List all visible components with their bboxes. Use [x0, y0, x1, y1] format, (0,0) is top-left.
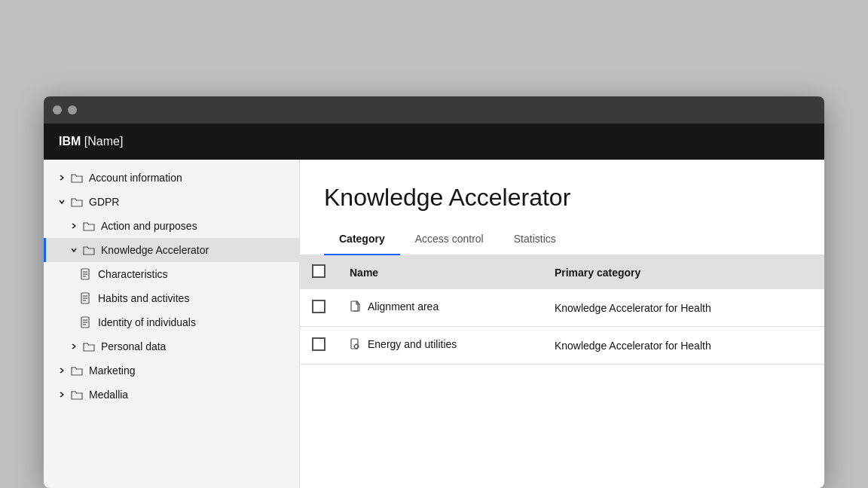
sidebar-item-marketing[interactable]: Marketing [44, 358, 299, 383]
chevron-down-icon [56, 196, 68, 208]
sidebar-item-label: Habits and activites [98, 292, 189, 304]
primary-category-column-header: Primary category [542, 255, 824, 289]
row-primary-category-cell: Knowledge Accelerator for Health [542, 327, 824, 364]
sidebar-item-medallia[interactable]: Medallia [44, 383, 299, 407]
sidebar-item-personal-data[interactable]: Personal data [44, 334, 299, 358]
page-title: Knowledge Accelerator [324, 184, 800, 212]
sidebar-item-gdpr[interactable]: GDPR [44, 190, 299, 214]
tab-statistics[interactable]: Statistics [499, 224, 571, 255]
tab-access-control[interactable]: Access control [400, 224, 499, 255]
table-header-row: Name Primary category [300, 255, 824, 289]
table-row: Alignment area Knowledge Accelerator for… [300, 289, 824, 327]
sidebar-item-label: GDPR [89, 196, 119, 208]
app-title: IBM [Name] [59, 135, 123, 148]
row-checkbox[interactable] [312, 300, 326, 313]
tab-category[interactable]: Category [324, 224, 400, 255]
app-body: Account information GDPR [44, 160, 824, 488]
category-table: Name Primary category [300, 255, 824, 364]
sidebar-item-account-information[interactable]: Account information [44, 166, 299, 190]
sidebar-item-label: Identity of individuals [98, 316, 196, 328]
sidebar-item-label: Marketing [89, 364, 135, 377]
sidebar-item-habits-and-activites[interactable]: Habits and activites [44, 286, 299, 310]
folder-icon [71, 364, 83, 377]
row-checkbox-cell[interactable] [300, 289, 338, 327]
title-bar [44, 96, 824, 124]
row-checkbox-cell[interactable] [300, 327, 338, 364]
select-all-checkbox[interactable] [312, 264, 326, 278]
sidebar-item-characteristics[interactable]: Characteristics [44, 262, 299, 286]
sidebar-item-label: Personal data [101, 340, 166, 352]
sidebar: Account information GDPR [44, 160, 300, 488]
minimize-button[interactable] [68, 105, 77, 114]
chevron-right-icon [56, 389, 68, 401]
document-icon [80, 268, 92, 280]
sidebar-item-label: Knowledge Accelerator [101, 244, 209, 256]
doc-settings-icon [350, 338, 362, 350]
sidebar-item-label: Action and purposes [101, 220, 197, 232]
row-name-cell: Energy and utilities [338, 327, 542, 364]
chevron-down-icon [68, 244, 80, 256]
chevron-right-icon [56, 364, 68, 377]
document-icon [80, 316, 92, 328]
tabs-bar: Category Access control Statistics [300, 224, 824, 255]
select-all-header[interactable] [300, 255, 338, 289]
row-checkbox[interactable] [312, 337, 326, 351]
table-container: Name Primary category [300, 255, 824, 488]
row-name-cell: Alignment area [338, 289, 542, 327]
folder-icon [71, 196, 83, 208]
app-header: IBM [Name] [44, 124, 824, 160]
sidebar-item-knowledge-accelerator[interactable]: Knowledge Accelerator [44, 238, 299, 262]
close-button[interactable] [53, 105, 62, 114]
svg-rect-12 [351, 301, 358, 311]
chevron-right-icon [68, 340, 80, 352]
folder-icon [83, 244, 95, 256]
folder-icon [83, 220, 95, 232]
folder-icon [71, 172, 83, 184]
document-icon [80, 292, 92, 304]
sidebar-item-label: Account information [89, 172, 182, 184]
sidebar-item-identity-of-individuals[interactable]: Identity of individuals [44, 310, 299, 334]
sidebar-item-label: Medallia [89, 389, 128, 401]
folder-icon [83, 340, 95, 352]
sidebar-item-label: Characteristics [98, 268, 168, 280]
table-row: Energy and utilities Knowledge Accelerat… [300, 327, 824, 364]
doc-link-icon [350, 300, 362, 313]
chevron-right-icon [68, 220, 80, 232]
page-header: Knowledge Accelerator [300, 160, 824, 224]
folder-icon [71, 389, 83, 401]
chevron-right-icon [56, 172, 68, 184]
sidebar-item-action-and-purposes[interactable]: Action and purposes [44, 214, 299, 238]
row-primary-category-cell: Knowledge Accelerator for Health [542, 289, 824, 327]
name-column-header: Name [338, 255, 542, 289]
main-content: Knowledge Accelerator Category Access co… [300, 160, 824, 488]
